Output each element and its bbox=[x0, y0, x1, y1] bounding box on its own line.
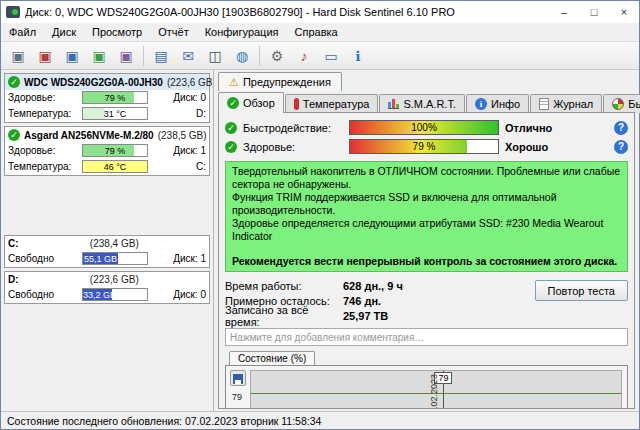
overview-tab-content: ✓ Быстродействие: 100% Отлично ? ✓ Здоро… bbox=[218, 112, 635, 409]
online-status-button[interactable]: ◍ bbox=[229, 44, 255, 68]
menu-help[interactable]: Справка bbox=[287, 23, 346, 42]
performance-label: Быстродействие: bbox=[243, 122, 343, 134]
drive-letters: D: bbox=[196, 108, 206, 119]
disk-temperature-button[interactable]: ▣ bbox=[32, 44, 58, 68]
stats-list: Время работы: 628 дн., 9 ч Примерно оста… bbox=[225, 278, 535, 323]
gear-icon: ⚙ bbox=[271, 49, 284, 63]
disk-name: Asgard AN256NVMe-M.2/80 bbox=[24, 130, 154, 141]
free-space-bar: 55,1 GB bbox=[82, 252, 148, 265]
stat-value: 25,97 TB bbox=[343, 310, 388, 322]
minimize-button[interactable]: – bbox=[549, 1, 579, 23]
tab-temperature[interactable]: Температура bbox=[285, 94, 379, 113]
disk-smart-icon: ▣ bbox=[65, 49, 78, 63]
performance-row: ✓ Быстродействие: 100% Отлично ? bbox=[225, 118, 628, 137]
alert-sound-button[interactable]: ♪ bbox=[291, 44, 317, 68]
settings-button[interactable]: ⚙ bbox=[264, 44, 290, 68]
about-button[interactable]: ℹ bbox=[345, 44, 371, 68]
disk-overview-button[interactable]: ▣ bbox=[5, 44, 31, 68]
tab-label: S.M.A.R.T. bbox=[403, 98, 456, 110]
bar-chart-icon bbox=[388, 99, 399, 109]
gauge-icon bbox=[612, 98, 624, 110]
disk-size: (223,6 GB) bbox=[167, 77, 214, 88]
status-chart[interactable]: 79 79 07.02.2023 bbox=[225, 365, 628, 409]
health-percent: 79 % bbox=[350, 140, 498, 153]
disk-item-0[interactable]: ✓ WDC WDS240G2G0A-00JH30 (223,6 GB) Здор… bbox=[4, 73, 210, 123]
status-text-box: Твердотельный накопитель в ОТЛИЧНОМ сост… bbox=[225, 161, 628, 272]
health-ok-icon: ✓ bbox=[8, 129, 20, 141]
maximize-button[interactable]: □ bbox=[579, 1, 609, 23]
report-icon: ▤ bbox=[154, 49, 167, 63]
app-window: Диск: 0, WDC WDS240G2G0A-00JH30 [1903B68… bbox=[0, 0, 640, 430]
recommendation-line: Рекомендуется вести непрерывный контроль… bbox=[232, 255, 621, 268]
tab-log[interactable]: Журнал bbox=[530, 94, 602, 113]
disk-name: WDC WDS240G2G0A-00JH30 bbox=[24, 77, 163, 88]
free-space-bar: 33,2 GB bbox=[82, 288, 148, 301]
save-icon bbox=[233, 374, 243, 384]
stat-lifetime-writes: Записано за всё время: 25,97 TB bbox=[225, 308, 535, 323]
comment-input[interactable] bbox=[225, 328, 628, 346]
close-button[interactable]: × bbox=[609, 1, 639, 23]
statusbar: Состояние последнего обновления: 07.02.2… bbox=[1, 411, 639, 429]
health-label: Здоровье: bbox=[8, 145, 78, 156]
tab-label: Быстродействие bbox=[628, 98, 640, 110]
health-bar: 79 % bbox=[82, 144, 148, 157]
performance-percent: 100% bbox=[350, 121, 498, 134]
health-status: Хорошо bbox=[505, 141, 548, 153]
tab-warnings[interactable]: ⚠ Предупреждения bbox=[218, 72, 342, 91]
tab-info[interactable]: Инфо bbox=[466, 94, 529, 113]
disk-overview-icon: ▣ bbox=[11, 49, 24, 63]
partition-item-c[interactable]: C: (238,4 GB) Свободно 55,1 GB Диск: 1 bbox=[4, 235, 210, 268]
status-line: Твердотельный накопитель в ОТЛИЧНОМ сост… bbox=[232, 165, 621, 191]
health-label: Здоровье: bbox=[243, 141, 343, 153]
ok-check-icon: ✓ bbox=[225, 122, 237, 134]
disk-number: Диск: 1 bbox=[173, 145, 206, 156]
menu-view[interactable]: Просмотр bbox=[84, 23, 150, 42]
health-bar: 79 % bbox=[349, 139, 499, 154]
disk-number: Диск: 1 bbox=[173, 253, 206, 264]
report-button[interactable]: ▤ bbox=[148, 44, 174, 68]
save-chart-button[interactable] bbox=[230, 370, 246, 386]
save-icon: ◫ bbox=[208, 49, 221, 63]
free-space-value: 55,1 GB bbox=[83, 253, 118, 264]
health-label: Здоровье: bbox=[8, 92, 78, 103]
titlebar[interactable]: Диск: 0, WDC WDS240G2G0A-00JH30 [1903B68… bbox=[1, 1, 639, 23]
document-icon bbox=[539, 98, 549, 110]
disk-item-1[interactable]: ✓ Asgard AN256NVMe-M.2/80 (238,5 GB) Здо… bbox=[4, 126, 210, 176]
app-icon bbox=[6, 6, 20, 18]
tab-strip: ✓ Обзор Температура S.M.A.R.T. Инфо bbox=[218, 92, 635, 113]
disk-surface-test-button[interactable]: ▣ bbox=[86, 44, 112, 68]
menu-configuration[interactable]: Конфигурация bbox=[197, 23, 287, 42]
menu-disk[interactable]: Диск bbox=[44, 23, 84, 42]
ok-check-icon: ✓ bbox=[225, 141, 237, 153]
menu-report[interactable]: Отчёт bbox=[150, 23, 196, 42]
save-report-button[interactable]: ◫ bbox=[202, 44, 228, 68]
performance-help-icon[interactable]: ? bbox=[614, 121, 628, 135]
disk-number: Диск: 0 bbox=[173, 92, 206, 103]
remote-monitor-button[interactable]: ▭ bbox=[318, 44, 344, 68]
info-icon: ℹ bbox=[355, 49, 360, 63]
toolbar-separator bbox=[259, 46, 260, 66]
disk-sidebar: ✓ WDC WDS240G2G0A-00JH30 (223,6 GB) Здор… bbox=[1, 70, 214, 411]
menu-file[interactable]: Файл bbox=[1, 23, 44, 42]
health-help-icon[interactable]: ? bbox=[614, 140, 628, 154]
health-row: ✓ Здоровье: 79 % Хорошо ? bbox=[225, 137, 628, 156]
tab-overview[interactable]: ✓ Обзор bbox=[218, 92, 284, 113]
retest-button[interactable]: Повтор теста bbox=[535, 280, 628, 301]
tab-label: Обзор bbox=[243, 97, 275, 109]
email-report-button[interactable]: ✉ bbox=[175, 44, 201, 68]
disk-smart-button[interactable]: ▣ bbox=[59, 44, 85, 68]
partition-name: D: bbox=[8, 274, 19, 285]
tab-label: Инфо bbox=[491, 98, 520, 110]
sound-icon: ♪ bbox=[301, 49, 308, 63]
disk-control-button[interactable]: ▣ bbox=[113, 44, 139, 68]
window-title: Диск: 0, WDC WDS240G2G0A-00JH30 [1903B68… bbox=[25, 6, 549, 18]
tab-smart[interactable]: S.M.A.R.T. bbox=[379, 94, 465, 113]
temperature-bar: 46 °C bbox=[82, 160, 148, 173]
free-label: Свободно bbox=[8, 289, 78, 300]
chart-tab[interactable]: Состояние (%) bbox=[229, 351, 315, 365]
last-update-status: Состояние последнего обновления: 07.02.2… bbox=[7, 415, 321, 427]
partition-item-d[interactable]: D: (223,6 GB) Свободно 33,2 GB Диск: 0 bbox=[4, 271, 210, 304]
stat-power-on-time: Время работы: 628 дн., 9 ч bbox=[225, 278, 535, 293]
tab-performance[interactable]: Быстродействие bbox=[603, 94, 640, 113]
free-space-value: 33,2 GB bbox=[83, 289, 112, 300]
